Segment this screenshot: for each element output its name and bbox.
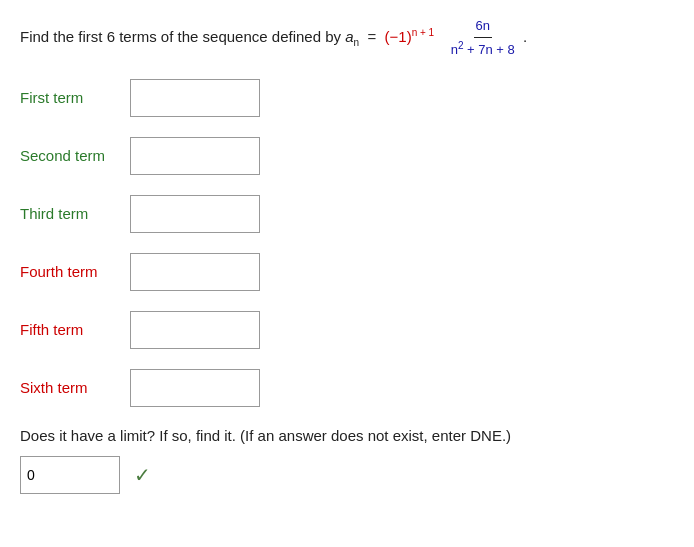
term-row: Sixth term bbox=[20, 369, 674, 407]
limit-input[interactable] bbox=[20, 456, 120, 494]
question-suffix: . bbox=[523, 28, 527, 45]
term-input-3[interactable] bbox=[130, 195, 260, 233]
term-label-6: Sixth term bbox=[20, 379, 130, 396]
question-prefix: Find the first 6 terms of the sequence d… bbox=[20, 28, 345, 45]
terms-container: First termSecond termThird termFourth te… bbox=[20, 79, 674, 407]
term-label-1: First term bbox=[20, 89, 130, 106]
term-input-1[interactable] bbox=[130, 79, 260, 117]
term-label-5: Fifth term bbox=[20, 321, 130, 338]
limit-row: ✓ bbox=[20, 456, 674, 494]
checkmark-icon: ✓ bbox=[134, 463, 151, 487]
term-label-4: Fourth term bbox=[20, 263, 130, 280]
formula: an = (−1)n + 1 6n n2 + 7n + 8 bbox=[345, 28, 523, 45]
term-row: First term bbox=[20, 79, 674, 117]
limit-question: Does it have a limit? If so, find it. (I… bbox=[20, 427, 674, 444]
term-input-2[interactable] bbox=[130, 137, 260, 175]
term-row: Second term bbox=[20, 137, 674, 175]
term-input-6[interactable] bbox=[130, 369, 260, 407]
question-text: Find the first 6 terms of the sequence d… bbox=[20, 16, 674, 61]
term-row: Fifth term bbox=[20, 311, 674, 349]
term-input-5[interactable] bbox=[130, 311, 260, 349]
term-row: Fourth term bbox=[20, 253, 674, 291]
term-label-3: Third term bbox=[20, 205, 130, 222]
limit-section: Does it have a limit? If so, find it. (I… bbox=[20, 427, 674, 494]
term-row: Third term bbox=[20, 195, 674, 233]
term-input-4[interactable] bbox=[130, 253, 260, 291]
term-label-2: Second term bbox=[20, 147, 130, 164]
